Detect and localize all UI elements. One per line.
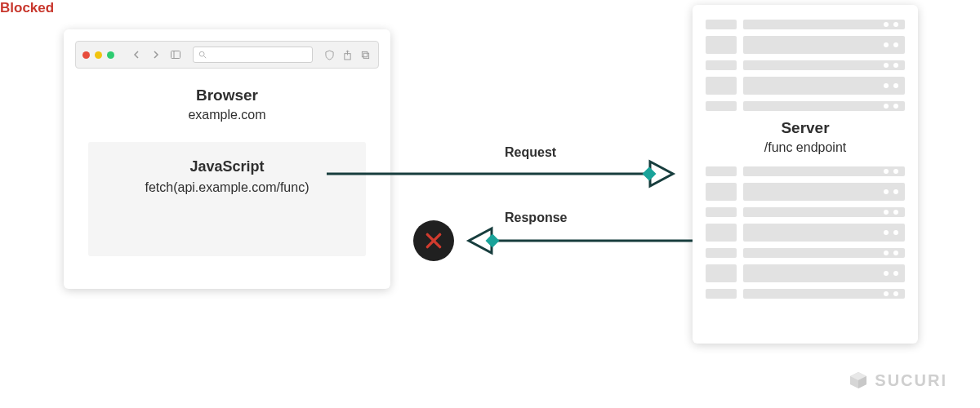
brand-cube-icon (849, 370, 868, 390)
svg-line-3 (204, 56, 207, 59)
svg-rect-5 (363, 53, 368, 58)
window-maximize-dot (107, 51, 114, 59)
back-icon (129, 47, 144, 62)
svg-rect-8 (643, 167, 657, 181)
rack-row (706, 77, 905, 95)
response-label: Response (505, 211, 567, 225)
window-minimize-dot (95, 51, 102, 59)
browser-domain: example.com (64, 108, 390, 122)
svg-point-2 (199, 51, 204, 56)
rack-row (706, 248, 905, 258)
shield-icon (323, 48, 336, 61)
share-icon (341, 48, 354, 61)
forward-icon (149, 47, 163, 62)
brand-name: SUCURI (875, 371, 947, 390)
rack-row (706, 20, 905, 29)
browser-card: Browser example.com JavaScript fetch(api… (64, 29, 390, 289)
javascript-title: JavaScript (88, 158, 366, 175)
browser-chrome-bar (75, 41, 379, 69)
svg-rect-10 (486, 234, 500, 248)
server-endpoint: /func endpoint (706, 140, 905, 155)
svg-rect-6 (362, 51, 367, 56)
rack-row (706, 166, 905, 176)
rack-row (706, 289, 905, 299)
brand-logo: SUCURI (849, 370, 947, 390)
url-bar (193, 47, 313, 63)
copy-icon (359, 48, 372, 61)
browser-title: Browser (64, 86, 390, 104)
rack-row (706, 101, 905, 111)
javascript-code: fetch(api.example.com/func) (88, 180, 366, 195)
server-card: Server /func endpoint (693, 5, 918, 344)
blocked-indicator (413, 220, 454, 261)
request-label: Request (505, 145, 556, 160)
window-close-dot (82, 51, 90, 59)
rack-row (706, 207, 905, 217)
server-title: Server (706, 119, 905, 137)
rack-row (706, 264, 905, 282)
sidebar-toggle-icon (168, 47, 183, 62)
javascript-box: JavaScript fetch(api.example.com/func) (88, 142, 366, 256)
x-icon (425, 232, 443, 250)
svg-rect-0 (172, 51, 180, 59)
search-icon (198, 51, 207, 59)
rack-row (706, 224, 905, 242)
rack-row (706, 60, 905, 70)
rack-row (706, 183, 905, 201)
rack-row (706, 36, 905, 54)
